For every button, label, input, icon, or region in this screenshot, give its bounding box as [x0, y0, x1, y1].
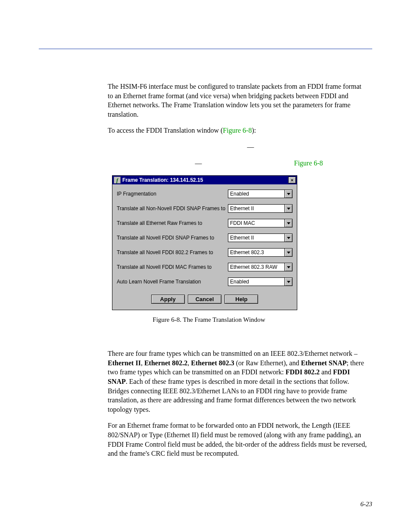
dropdown-button[interactable]	[284, 219, 293, 227]
p2-b3: Ethernet 802.3	[191, 359, 234, 367]
dialog-body: IP Fragmentation Enabled Translate all N…	[112, 184, 297, 310]
combo-ip-fragmentation[interactable]: Enabled	[228, 190, 293, 198]
close-button[interactable]: ×	[288, 177, 296, 184]
chevron-down-icon	[287, 193, 290, 195]
p2-c5: and	[320, 368, 333, 376]
chevron-down-icon	[287, 222, 290, 224]
frame-types-paragraph: There are four frame types which can be …	[108, 349, 368, 414]
step-2: 2. Click on Frame Translation—. The Fram…	[108, 159, 368, 168]
dropdown-button[interactable]	[284, 190, 293, 198]
row-non-novell-snap: Translate all Non-Novell FDDI SNAP Frame…	[117, 204, 293, 213]
top-rule	[39, 49, 372, 49]
combo-novell-mac[interactable]: Ethernet 802.3 RAW	[228, 263, 293, 271]
step-dash-icon: —	[195, 159, 201, 168]
step-1-c: port of interest. A menu will appear.	[253, 143, 354, 150]
row-ip-fragmentation: IP Fragmentation Enabled	[117, 190, 293, 198]
combo-value: Enabled	[228, 277, 284, 286]
intro2-pre: To access the FDDI Translation window (	[108, 127, 223, 134]
cancel-button[interactable]: Cancel	[188, 295, 221, 304]
p2-c1: ,	[141, 359, 144, 367]
dropdown-button[interactable]	[284, 233, 293, 242]
p2-c6: . Each of these frame types is described…	[108, 378, 356, 413]
combo-value: Enabled	[228, 190, 284, 198]
intro-paragraph-1: The HSIM-F6 interface must be configured…	[108, 82, 368, 119]
dropdown-button[interactable]	[284, 248, 293, 257]
p2-a: There are four frame types which can be …	[108, 350, 358, 357]
row-auto-learn: Auto Learn Novell Frame Translation Enab…	[117, 277, 293, 286]
combo-novell-snap[interactable]: Ethernet II	[228, 233, 293, 242]
p2-b4: Ethernet SNAP	[301, 359, 346, 367]
step-2-b: Frame Translation	[140, 159, 195, 167]
p2-b1: Ethernet II	[108, 359, 141, 367]
dropdown-button[interactable]	[284, 277, 293, 286]
row-novell-mac: Translate all Novell FDDI MAC Frames to …	[117, 263, 293, 271]
chevron-down-icon	[287, 281, 290, 283]
intro2-post: ):	[252, 127, 256, 134]
combo-value: Ethernet II	[228, 204, 284, 213]
step-2-link[interactable]: Figure 6-8	[294, 159, 323, 167]
label-non-novell-snap: Translate all Non-Novell FDDI SNAP Frame…	[117, 205, 228, 212]
apply-button[interactable]: Apply	[151, 295, 185, 304]
forwarding-paragraph: For an Ethernet frame format to be forwa…	[108, 421, 368, 458]
chevron-down-icon	[287, 237, 290, 239]
label-ip-fragmentation: IP Fragmentation	[117, 191, 228, 197]
dropdown-button[interactable]	[284, 263, 293, 271]
p2-c3: (or Raw Ethernet), and	[234, 359, 301, 367]
label-auto-learn: Auto Learn Novell Frame Translation	[117, 279, 228, 285]
frame-translation-dialog: f Frame Translation: 134.141.52.15 × IP …	[112, 175, 297, 310]
step-1-b: FDDI	[230, 143, 247, 150]
help-button[interactable]: Help	[224, 295, 258, 304]
label-novell-mac: Translate all Novell FDDI MAC Frames to	[117, 264, 228, 270]
figure-link[interactable]: Figure 6-8	[223, 127, 252, 134]
dropdown-button[interactable]	[284, 204, 293, 213]
label-ethernet-raw: Translate all Ethernet Raw Frames to	[117, 220, 228, 226]
page: Configuring the Frame Translation Settin…	[0, 0, 411, 532]
combo-value: FDDI MAC	[228, 219, 284, 227]
combo-value: Ethernet 802.3 RAW	[228, 263, 284, 271]
combo-non-novell-snap[interactable]: Ethernet II	[228, 204, 293, 213]
combo-ethernet-raw[interactable]: FDDI MAC	[228, 219, 293, 227]
close-icon: ×	[291, 177, 293, 183]
chevron-down-icon	[287, 208, 290, 210]
chevron-down-icon	[287, 252, 290, 254]
combo-auto-learn[interactable]: Enabled	[228, 277, 293, 286]
intro-paragraph-2: To access the FDDI Translation window (F…	[108, 126, 368, 135]
step-2-c: . The Frame Translation window,	[201, 159, 294, 167]
content-column: Configuring the Frame Translation Settin…	[108, 65, 368, 458]
button-row: Apply Cancel Help	[117, 292, 293, 305]
combo-value: Ethernet II	[228, 233, 284, 242]
p2-b2: Ethernet 802.2	[144, 359, 187, 367]
figure-6-8: f Frame Translation: 134.141.52.15 × IP …	[112, 175, 368, 324]
titlebar: f Frame Translation: 134.141.52.15 ×	[112, 176, 297, 184]
section-heading: Configuring the Frame Translation Settin…	[108, 65, 368, 76]
dialog-title: Frame Translation: 134.141.52.15	[122, 177, 288, 183]
combo-value: Ethernet 802.3	[228, 248, 284, 257]
sub-heading: Frame Translation Type Options Defined	[108, 336, 368, 345]
combo-novell-8022[interactable]: Ethernet 802.3	[228, 248, 293, 257]
app-icon: f	[114, 177, 121, 184]
step-2-a: 2. Click on	[108, 159, 140, 167]
step-1-a: 1. In the Chassis View window, click on …	[108, 143, 230, 150]
page-number: 6-23	[361, 501, 373, 508]
label-novell-8022: Translate all Novell FDDI 802.2 Frames t…	[117, 249, 228, 255]
row-novell-snap: Translate all Novell FDDI SNAP Frames to…	[117, 233, 293, 242]
step-dash-icon: —	[247, 142, 253, 152]
row-ethernet-raw: Translate all Ethernet Raw Frames to FDD…	[117, 219, 293, 227]
row-novell-8022: Translate all Novell FDDI 802.2 Frames t…	[117, 248, 293, 257]
p2-b5: FDDI 802.2	[286, 368, 320, 376]
running-head: Configuring the Frame Translation Settin…	[39, 39, 372, 46]
label-novell-snap: Translate all Novell FDDI SNAP Frames to	[117, 235, 228, 241]
step-2-d: , will appear.	[323, 159, 359, 167]
chevron-down-icon	[287, 266, 290, 268]
step-1: 1. In the Chassis View window, click on …	[108, 142, 368, 152]
figure-caption: Figure 6-8. The Frame Translation Window	[116, 316, 302, 324]
